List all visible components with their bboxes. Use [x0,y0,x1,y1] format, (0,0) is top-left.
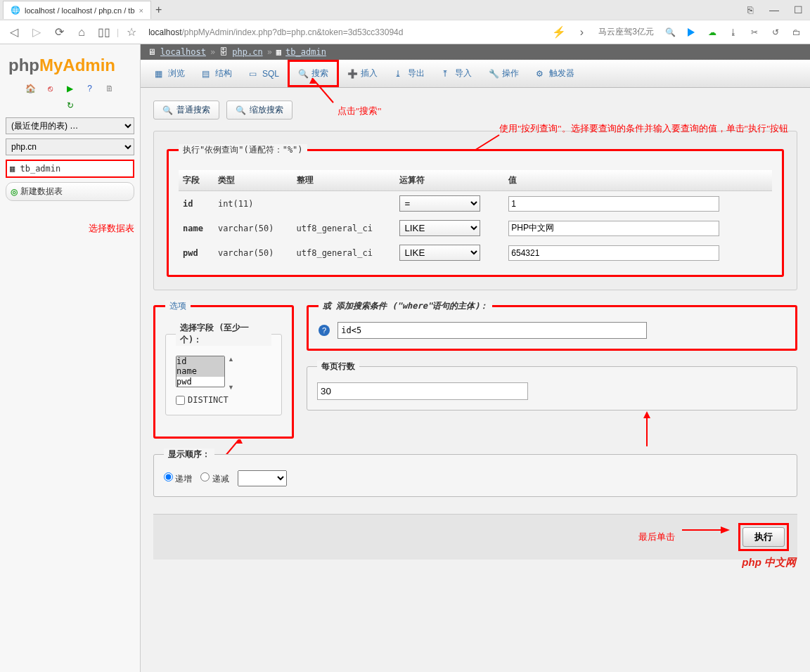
close-icon[interactable]: × [139,6,143,15]
reader-button[interactable]: ▯▯ [94,22,114,42]
table-row: namevarchar(50)utf8_general_ci LIKE [179,216,772,240]
tab-browse[interactable]: ▦浏览 [146,60,193,87]
main: 🖥localhost » 🗄php.cn » ▦tb_admin ▦浏览 ▤结构… [141,44,810,672]
forward-button[interactable]: ▷ [27,22,46,42]
download-icon[interactable]: ⭳ [724,23,742,41]
url-bar[interactable]: localhost/phpMyAdmin/index.php?db=php.cn… [144,27,546,37]
globe-icon: 🌐 [11,6,20,15]
select-fields-fieldset: 选择字段 (至少一个)： idnamepwd ▲ ▼ DISTINCT [165,322,282,415]
where-input[interactable] [338,322,647,339]
subtabs: 🔍普通搜索 🔍缩放搜索 [153,101,797,119]
qbe-legend: 执行"依例查询"(通配符："%") [179,144,307,156]
extra-text[interactable]: 马云座驾3亿元 [598,26,654,38]
sql-icon[interactable]: ▶ [64,82,77,95]
new-table-button[interactable]: ◎ 新建数据表 [6,182,134,201]
table-icon: ▦ [10,164,15,174]
home-button[interactable]: ⌂ [72,22,91,42]
asc-radio[interactable]: 递增 [164,472,192,485]
wechat-icon[interactable]: ☁ [703,23,721,41]
sidebar-icons: 🏠 ⎋ ▶ ? 🗎 [6,82,134,95]
distinct-checkbox[interactable]: DISTINCT [176,395,271,405]
operator-select[interactable]: LIKE [399,245,480,261]
tab-sql[interactable]: ▭SQL [240,60,288,87]
refresh-icon[interactable]: ↻ [6,101,134,110]
subtab-normal[interactable]: 🔍普通搜索 [153,101,219,119]
where-fieldset: 或 添加搜索条件 ("where"语句的主体)： ? [307,300,797,351]
insert-icon: ➕ [347,69,357,79]
value-input[interactable] [508,221,719,236]
chevron-right-icon[interactable]: › [572,22,591,42]
new-tab-button[interactable]: + [155,4,162,16]
search-icon[interactable]: 🔍 [661,23,679,41]
play-icon[interactable] [682,23,700,41]
tab-import[interactable]: ⤒导入 [433,60,480,87]
value-input[interactable] [508,245,719,261]
tab-structure[interactable]: ▤结构 [193,60,240,87]
fields-select[interactable]: idnamepwd [176,356,225,387]
breadcrumb-table[interactable]: tb_admin [285,47,326,57]
arrow [682,523,731,551]
footer-logo: php 中文网 [742,556,796,569]
order-field-select[interactable] [238,470,287,486]
breadcrumb-db[interactable]: php.cn [232,47,262,57]
database-select[interactable]: php.cn [6,138,134,155]
home-icon[interactable]: 🏠 [25,82,37,95]
refresh-button[interactable]: ⟳ [49,22,69,42]
qbe-table: 字段 类型 整理 运算符 值 idint(11) = namevarchar(5… [179,170,772,265]
help-icon[interactable]: ? [319,325,330,336]
plus-icon: ◎ [11,187,18,197]
sql-tab-icon: ▭ [249,69,259,79]
rows-input[interactable] [317,382,528,400]
export-icon: ⤓ [394,69,404,79]
svg-marker-9 [721,526,730,534]
annotation-qbe: 使用"按列查询"。选择要查询的条件并输入要查询的值，单击"执行"按钮 [499,122,788,136]
subtab-zoom[interactable]: 🔍缩放搜索 [226,101,292,119]
scissors-icon[interactable]: ✂ [745,23,764,41]
scroll-up-icon[interactable]: ▲ [228,356,234,363]
value-input[interactable] [508,196,719,212]
table-row: pwdvarchar(50)utf8_general_ci LIKE [179,240,772,265]
minimize-button[interactable]: — [762,1,786,18]
desc-radio[interactable]: 递减 [200,472,229,485]
undo-icon[interactable]: ↺ [766,23,785,41]
tab-export[interactable]: ⤓导出 [386,60,433,87]
options-fieldset: 选项 选择字段 (至少一个)： idnamepwd ▲ ▼ DISTINCT [153,300,294,439]
tab-title: localhost / localhost / php.cn / tb [25,6,135,15]
where-legend: 或 添加搜索条件 ("where"语句的主体)： [319,300,492,312]
window-controls: ⎘ — ☐ [738,1,810,18]
select-fields-legend: 选择字段 (至少一个)： [176,322,271,346]
toolbar: ▦浏览 ▤结构 ▭SQL 🔍搜索 ➕插入 ⤓导出 ⤒导入 🔧操作 ⚙触发器 [141,60,810,88]
docs-icon[interactable]: 🗎 [103,82,116,95]
sidebar-table-item[interactable]: ▦ tb_admin [6,160,134,178]
logout-icon[interactable]: ⎋ [44,82,57,95]
operator-select[interactable]: LIKE [399,220,480,236]
panel-icon[interactable]: ⎘ [738,1,762,18]
star-icon[interactable]: ☆ [122,22,141,42]
browse-icon: ▦ [155,69,165,79]
operator-select[interactable]: = [399,195,480,212]
th-collation: 整理 [292,170,396,191]
recent-tables-select[interactable]: (最近使用的表) … [6,117,134,134]
th-operator: 运算符 [395,170,504,191]
folder-icon[interactable]: 🗀 [788,23,806,41]
tab-triggers[interactable]: ⚙触发器 [527,60,583,87]
breadcrumb-server[interactable]: localhost [160,47,206,57]
lightning-icon[interactable]: ⚡ [549,22,569,42]
help-icon[interactable]: ? [84,82,96,95]
table-row: idint(11) = [179,191,772,217]
tab-operations[interactable]: 🔧操作 [480,60,527,87]
browser-chrome: 🌐 localhost / localhost / php.cn / tb × … [0,0,810,44]
wrench-icon: 🔧 [489,69,499,79]
back-button[interactable]: ◁ [4,22,24,42]
tbl-icon: ▦ [276,47,281,57]
order-fieldset: 显示顺序： 递增 递减 [153,448,797,497]
qbe-fieldset: 执行"依例查询"(通配符："%") 字段 类型 整理 运算符 值 idint(1… [167,144,784,277]
maximize-button[interactable]: ☐ [786,1,810,18]
breadcrumb: 🖥localhost » 🗄php.cn » ▦tb_admin [141,44,810,60]
sidebar: phpMyAdmin 🏠 ⎋ ▶ ? 🗎 ↻ (最近使用的表) … php.cn… [0,44,141,672]
order-legend: 显示顺序： [164,448,214,460]
trigger-icon: ⚙ [536,69,546,79]
scroll-down-icon[interactable]: ▼ [228,384,234,391]
browser-tab[interactable]: 🌐 localhost / localhost / php.cn / tb × [3,1,151,19]
execute-button[interactable]: 执行 [742,527,785,547]
